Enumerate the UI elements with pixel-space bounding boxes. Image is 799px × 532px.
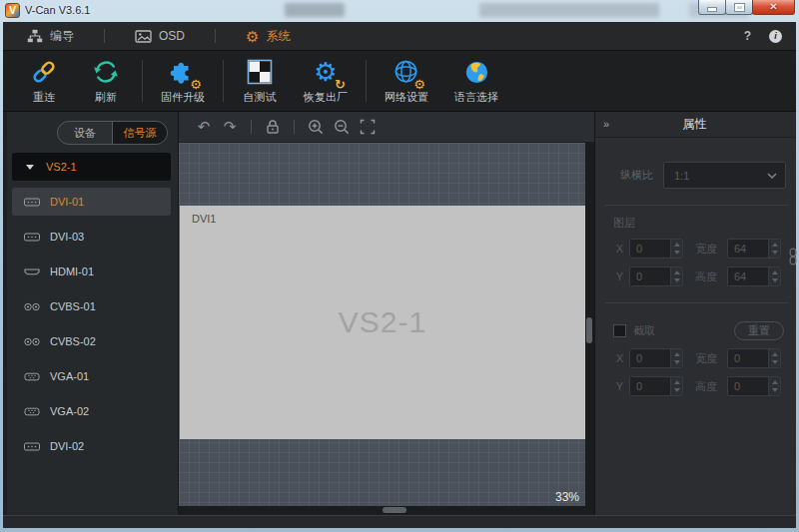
network-settings-button[interactable]: ⚙ 网络设置 xyxy=(372,57,441,105)
crop-x-field[interactable] xyxy=(629,348,683,368)
tree-item-dvi-02[interactable]: DVI-02 xyxy=(12,432,171,460)
spinner-down-icon[interactable] xyxy=(674,388,680,392)
refresh-button[interactable]: 刷新 xyxy=(75,57,137,105)
canvas-viewport[interactable]: DVI1 VS2-1 33% xyxy=(179,143,594,515)
tree-item-vga-02[interactable]: VGA-02 xyxy=(12,397,171,425)
factory-reset-button[interactable]: ⚙ ↻ 恢复出厂 xyxy=(291,57,361,105)
spinner-up-icon[interactable] xyxy=(674,270,680,274)
aspect-ratio-select[interactable]: 1:1 xyxy=(663,162,786,189)
minimize-button[interactable] xyxy=(698,0,726,15)
spinner-control[interactable] xyxy=(670,349,682,367)
horizontal-scrollbar-thumb[interactable] xyxy=(383,507,406,513)
spinner-up-icon[interactable] xyxy=(772,270,778,274)
spinner-down-icon[interactable] xyxy=(772,251,778,255)
spinner-down-icon[interactable] xyxy=(674,251,680,255)
crop-width-field[interactable] xyxy=(727,348,781,368)
titlebar[interactable]: V V-Can V3.6.1 ✕ xyxy=(0,0,799,22)
maximize-button[interactable] xyxy=(725,0,753,15)
fit-view-button[interactable] xyxy=(355,116,381,138)
spinner-up-icon[interactable] xyxy=(772,243,778,247)
canvas-toolbar-separator xyxy=(294,120,295,134)
output-screen[interactable]: DVI1 VS2-1 xyxy=(180,206,585,439)
spinner-control[interactable] xyxy=(768,349,780,367)
crop-reset-button[interactable]: 重置 xyxy=(734,321,784,340)
spinner-down-icon[interactable] xyxy=(674,278,680,282)
tree-item-hdmi-01[interactable]: HDMI-01 xyxy=(12,258,171,285)
tree-item-label: CVBS-02 xyxy=(50,335,96,347)
crop-height-label: 高度 xyxy=(695,379,721,394)
spinner-up-icon[interactable] xyxy=(674,380,680,384)
layer-x-field[interactable] xyxy=(629,239,683,259)
cvbs-connector-icon xyxy=(22,301,41,312)
tab-director[interactable]: 编导 xyxy=(27,28,74,45)
spinner-down-icon[interactable] xyxy=(772,278,778,282)
tree-item-cvbs-02[interactable]: CVBS-02 xyxy=(12,327,171,355)
tab-device[interactable]: 设备 xyxy=(58,122,112,144)
firmware-upgrade-label: 固件升级 xyxy=(161,90,205,105)
spinner-up-icon[interactable] xyxy=(772,352,778,356)
zoom-in-icon xyxy=(307,118,325,136)
tab-signal-source[interactable]: 信号源 xyxy=(112,122,167,144)
titlebar-reflection xyxy=(479,3,659,17)
horizontal-scrollbar[interactable] xyxy=(179,506,585,515)
zoom-out-icon xyxy=(333,118,351,136)
vertical-scrollbar[interactable] xyxy=(585,143,594,506)
canvas-area: ↶ ↷ xyxy=(179,112,595,515)
tree-item-vga-01[interactable]: VGA-01 xyxy=(12,362,171,390)
reconnect-button[interactable]: 重连 xyxy=(13,57,75,105)
crop-height-field[interactable] xyxy=(727,376,781,396)
spinner-control[interactable] xyxy=(768,267,780,285)
spinner-control[interactable] xyxy=(670,267,682,285)
properties-header: » 属性 xyxy=(595,112,796,138)
layer-y-label: Y xyxy=(607,270,623,282)
crop-y-field[interactable] xyxy=(629,376,683,396)
spinner-down-icon[interactable] xyxy=(674,360,680,364)
spinner-up-icon[interactable] xyxy=(674,243,680,247)
collapse-panel-button[interactable]: » xyxy=(595,118,609,132)
vertical-scrollbar-thumb[interactable] xyxy=(586,317,592,343)
zoom-out-button[interactable] xyxy=(329,116,355,138)
spinner-up-icon[interactable] xyxy=(674,352,680,356)
spinner-down-icon[interactable] xyxy=(772,388,778,392)
spinner-control[interactable] xyxy=(670,377,682,395)
dvi-connector-icon xyxy=(22,441,41,452)
spinner-control[interactable] xyxy=(768,240,780,258)
close-button[interactable]: ✕ xyxy=(752,0,795,15)
tree-item-dvi-01[interactable]: DVI-01 xyxy=(12,188,171,216)
help-button[interactable]: ? xyxy=(744,29,751,43)
sidebar-scrollbar[interactable] xyxy=(3,112,7,515)
tree-item-dvi-03[interactable]: DVI-03 xyxy=(12,223,171,251)
self-test-button[interactable]: 自测试 xyxy=(229,57,291,105)
dvi-connector-icon xyxy=(22,232,41,243)
lock-button[interactable] xyxy=(260,116,286,138)
tab-system[interactable]: ⚙ 系统 xyxy=(246,28,290,45)
firmware-upgrade-button[interactable]: ⚙ 固件升级 xyxy=(148,57,218,105)
sidebar-tab-switch: 设备 信号源 xyxy=(57,121,168,145)
mini-reset-arrow-icon: ↻ xyxy=(335,78,346,91)
canvas-grid[interactable]: DVI1 VS2-1 33% xyxy=(179,143,585,506)
layer-width-field[interactable] xyxy=(727,239,781,259)
zoom-in-button[interactable] xyxy=(303,116,329,138)
crop-checkbox[interactable] xyxy=(613,324,626,337)
maximize-icon xyxy=(735,4,744,11)
toolbar-separator xyxy=(366,60,367,102)
tree-item-cvbs-01[interactable]: CVBS-01 xyxy=(12,292,171,320)
tab-osd[interactable]: OSD xyxy=(135,29,185,43)
info-button[interactable]: i xyxy=(769,30,782,43)
undo-icon: ↶ xyxy=(198,118,211,136)
link-width-height-icon[interactable] xyxy=(789,248,797,269)
caret-down-icon[interactable] xyxy=(26,165,34,170)
language-select-button[interactable]: 语言选择 xyxy=(441,57,511,105)
spinner-down-icon[interactable] xyxy=(772,360,778,364)
layer-y-field[interactable] xyxy=(629,266,683,286)
tab-osd-label: OSD xyxy=(159,29,185,43)
hdmi-connector-icon xyxy=(22,266,41,277)
spinner-control[interactable] xyxy=(768,377,780,395)
spinner-up-icon[interactable] xyxy=(772,380,778,384)
tree-root-vs2-1[interactable]: VS2-1 xyxy=(12,153,171,181)
layer-height-field[interactable] xyxy=(727,266,781,286)
layer-x-label: X xyxy=(607,243,623,255)
undo-button[interactable]: ↶ xyxy=(191,116,217,138)
spinner-control[interactable] xyxy=(670,240,682,258)
redo-button[interactable]: ↷ xyxy=(217,116,243,138)
